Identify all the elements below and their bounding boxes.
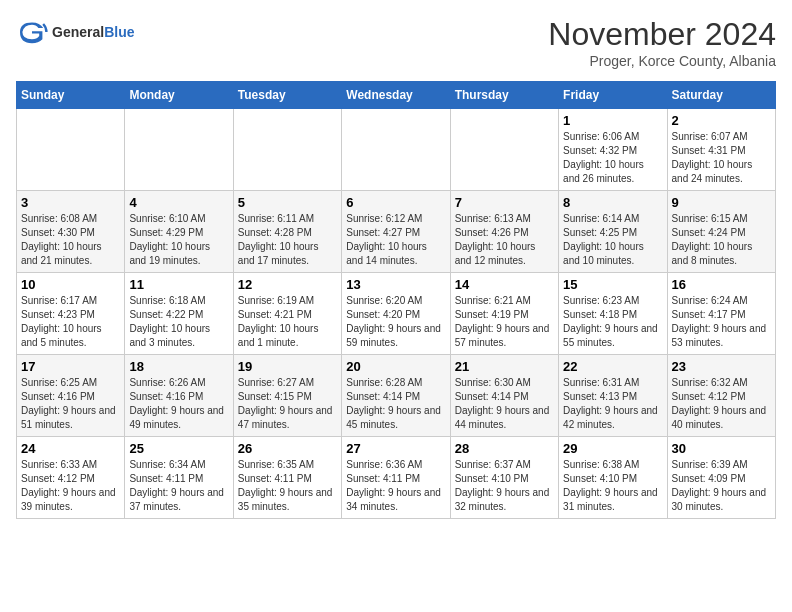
day-info: Sunrise: 6:08 AMSunset: 4:30 PMDaylight:… [21,212,120,268]
weekday-header-sunday: Sunday [17,82,125,109]
day-number: 15 [563,277,662,292]
day-info: Sunrise: 6:31 AMSunset: 4:13 PMDaylight:… [563,376,662,432]
weekday-header-thursday: Thursday [450,82,558,109]
day-number: 21 [455,359,554,374]
weekday-header-tuesday: Tuesday [233,82,341,109]
calendar-cell: 17Sunrise: 6:25 AMSunset: 4:16 PMDayligh… [17,355,125,437]
day-info: Sunrise: 6:13 AMSunset: 4:26 PMDaylight:… [455,212,554,268]
day-number: 17 [21,359,120,374]
calendar-week-5: 24Sunrise: 6:33 AMSunset: 4:12 PMDayligh… [17,437,776,519]
day-info: Sunrise: 6:38 AMSunset: 4:10 PMDaylight:… [563,458,662,514]
day-number: 26 [238,441,337,456]
logo: GeneralBlue [16,16,134,48]
day-info: Sunrise: 6:06 AMSunset: 4:32 PMDaylight:… [563,130,662,186]
day-info: Sunrise: 6:33 AMSunset: 4:12 PMDaylight:… [21,458,120,514]
day-info: Sunrise: 6:36 AMSunset: 4:11 PMDaylight:… [346,458,445,514]
day-number: 25 [129,441,228,456]
calendar-week-3: 10Sunrise: 6:17 AMSunset: 4:23 PMDayligh… [17,273,776,355]
day-info: Sunrise: 6:26 AMSunset: 4:16 PMDaylight:… [129,376,228,432]
day-number: 16 [672,277,771,292]
calendar-cell [450,109,558,191]
day-info: Sunrise: 6:07 AMSunset: 4:31 PMDaylight:… [672,130,771,186]
calendar-week-1: 1Sunrise: 6:06 AMSunset: 4:32 PMDaylight… [17,109,776,191]
calendar-cell: 2Sunrise: 6:07 AMSunset: 4:31 PMDaylight… [667,109,775,191]
calendar-cell [125,109,233,191]
calendar-week-4: 17Sunrise: 6:25 AMSunset: 4:16 PMDayligh… [17,355,776,437]
calendar-cell: 25Sunrise: 6:34 AMSunset: 4:11 PMDayligh… [125,437,233,519]
day-number: 7 [455,195,554,210]
day-info: Sunrise: 6:39 AMSunset: 4:09 PMDaylight:… [672,458,771,514]
day-number: 6 [346,195,445,210]
calendar-cell: 12Sunrise: 6:19 AMSunset: 4:21 PMDayligh… [233,273,341,355]
day-number: 18 [129,359,228,374]
day-number: 24 [21,441,120,456]
day-info: Sunrise: 6:11 AMSunset: 4:28 PMDaylight:… [238,212,337,268]
day-number: 14 [455,277,554,292]
day-info: Sunrise: 6:24 AMSunset: 4:17 PMDaylight:… [672,294,771,350]
day-number: 29 [563,441,662,456]
day-number: 5 [238,195,337,210]
day-info: Sunrise: 6:19 AMSunset: 4:21 PMDaylight:… [238,294,337,350]
day-info: Sunrise: 6:12 AMSunset: 4:27 PMDaylight:… [346,212,445,268]
day-info: Sunrise: 6:27 AMSunset: 4:15 PMDaylight:… [238,376,337,432]
logo-icon [16,16,48,48]
calendar-cell: 26Sunrise: 6:35 AMSunset: 4:11 PMDayligh… [233,437,341,519]
day-info: Sunrise: 6:37 AMSunset: 4:10 PMDaylight:… [455,458,554,514]
weekday-header-row: SundayMondayTuesdayWednesdayThursdayFrid… [17,82,776,109]
day-number: 1 [563,113,662,128]
calendar-cell: 13Sunrise: 6:20 AMSunset: 4:20 PMDayligh… [342,273,450,355]
calendar-cell: 19Sunrise: 6:27 AMSunset: 4:15 PMDayligh… [233,355,341,437]
calendar-cell: 8Sunrise: 6:14 AMSunset: 4:25 PMDaylight… [559,191,667,273]
calendar-cell [17,109,125,191]
day-number: 8 [563,195,662,210]
calendar-cell: 22Sunrise: 6:31 AMSunset: 4:13 PMDayligh… [559,355,667,437]
calendar-cell: 7Sunrise: 6:13 AMSunset: 4:26 PMDaylight… [450,191,558,273]
weekday-header-monday: Monday [125,82,233,109]
calendar-week-2: 3Sunrise: 6:08 AMSunset: 4:30 PMDaylight… [17,191,776,273]
title-area: November 2024 Proger, Korce County, Alba… [548,16,776,69]
day-number: 4 [129,195,228,210]
day-info: Sunrise: 6:30 AMSunset: 4:14 PMDaylight:… [455,376,554,432]
calendar-cell: 16Sunrise: 6:24 AMSunset: 4:17 PMDayligh… [667,273,775,355]
calendar-cell: 29Sunrise: 6:38 AMSunset: 4:10 PMDayligh… [559,437,667,519]
day-number: 9 [672,195,771,210]
calendar-cell: 20Sunrise: 6:28 AMSunset: 4:14 PMDayligh… [342,355,450,437]
day-info: Sunrise: 6:23 AMSunset: 4:18 PMDaylight:… [563,294,662,350]
calendar-cell: 3Sunrise: 6:08 AMSunset: 4:30 PMDaylight… [17,191,125,273]
day-number: 10 [21,277,120,292]
location: Proger, Korce County, Albania [548,53,776,69]
logo-text: GeneralBlue [52,24,134,40]
calendar-cell [233,109,341,191]
day-info: Sunrise: 6:15 AMSunset: 4:24 PMDaylight:… [672,212,771,268]
weekday-header-saturday: Saturday [667,82,775,109]
day-info: Sunrise: 6:21 AMSunset: 4:19 PMDaylight:… [455,294,554,350]
day-number: 13 [346,277,445,292]
month-title: November 2024 [548,16,776,53]
day-number: 30 [672,441,771,456]
weekday-header-friday: Friday [559,82,667,109]
calendar-cell: 18Sunrise: 6:26 AMSunset: 4:16 PMDayligh… [125,355,233,437]
calendar-cell: 23Sunrise: 6:32 AMSunset: 4:12 PMDayligh… [667,355,775,437]
calendar-cell: 21Sunrise: 6:30 AMSunset: 4:14 PMDayligh… [450,355,558,437]
calendar-cell: 14Sunrise: 6:21 AMSunset: 4:19 PMDayligh… [450,273,558,355]
day-number: 27 [346,441,445,456]
calendar-cell: 1Sunrise: 6:06 AMSunset: 4:32 PMDaylight… [559,109,667,191]
calendar-cell: 10Sunrise: 6:17 AMSunset: 4:23 PMDayligh… [17,273,125,355]
calendar-cell: 5Sunrise: 6:11 AMSunset: 4:28 PMDaylight… [233,191,341,273]
calendar-cell: 27Sunrise: 6:36 AMSunset: 4:11 PMDayligh… [342,437,450,519]
day-info: Sunrise: 6:18 AMSunset: 4:22 PMDaylight:… [129,294,228,350]
day-number: 28 [455,441,554,456]
day-number: 12 [238,277,337,292]
day-number: 22 [563,359,662,374]
calendar-cell: 6Sunrise: 6:12 AMSunset: 4:27 PMDaylight… [342,191,450,273]
day-info: Sunrise: 6:34 AMSunset: 4:11 PMDaylight:… [129,458,228,514]
day-info: Sunrise: 6:14 AMSunset: 4:25 PMDaylight:… [563,212,662,268]
day-number: 2 [672,113,771,128]
calendar-cell: 15Sunrise: 6:23 AMSunset: 4:18 PMDayligh… [559,273,667,355]
calendar-cell: 11Sunrise: 6:18 AMSunset: 4:22 PMDayligh… [125,273,233,355]
day-info: Sunrise: 6:20 AMSunset: 4:20 PMDaylight:… [346,294,445,350]
calendar-cell: 4Sunrise: 6:10 AMSunset: 4:29 PMDaylight… [125,191,233,273]
day-number: 19 [238,359,337,374]
day-info: Sunrise: 6:32 AMSunset: 4:12 PMDaylight:… [672,376,771,432]
page-header: GeneralBlue November 2024 Proger, Korce … [16,16,776,69]
